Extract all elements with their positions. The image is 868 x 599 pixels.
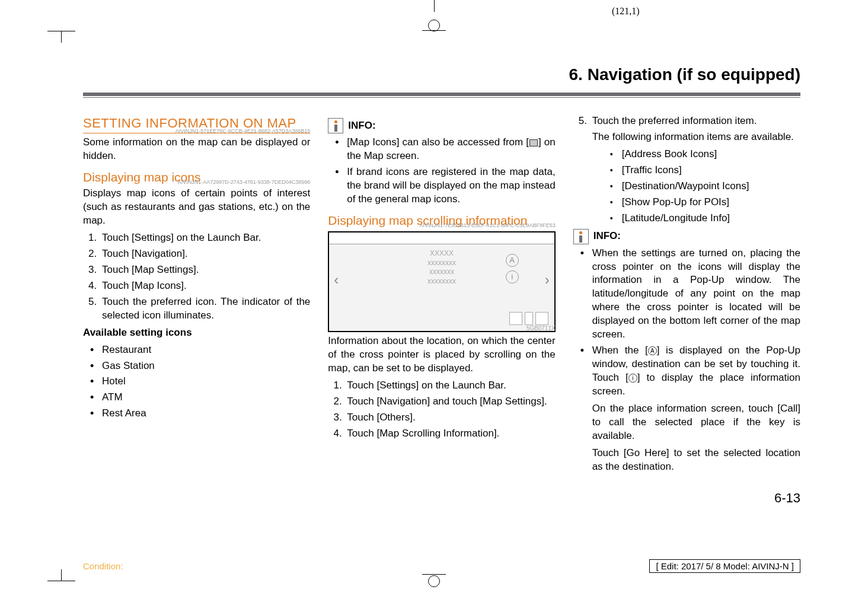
step-item: Touch [Others]. bbox=[344, 411, 555, 425]
marker-a-icon: A bbox=[648, 346, 657, 355]
menu-list-icon bbox=[529, 139, 538, 146]
crop-mark-top-icon bbox=[422, 0, 446, 31]
chapter-title: 6. Navigation (if so equipped) bbox=[83, 65, 800, 89]
page-content: 6. Navigation (if so equipped) SETTING I… bbox=[83, 65, 800, 506]
figure-code: 5GB0711X bbox=[526, 324, 556, 333]
step-item: Touch [Map Icons]. bbox=[100, 279, 310, 293]
list-item: Rest Area bbox=[89, 407, 310, 420]
step-item: Touch [Settings] on the Launch Bar. bbox=[100, 231, 310, 245]
column-2: INFO: [Map Icons] can also be accessed f… bbox=[328, 114, 555, 506]
step-item: Touch the preferred information item. Th… bbox=[590, 114, 800, 225]
step-lead: Touch the preferred information item. bbox=[592, 115, 757, 126]
info-label: INFO: bbox=[593, 230, 621, 243]
list-item: [Destination/Waypoint Icons] bbox=[609, 180, 800, 193]
list-item: If brand icons are registered in the map… bbox=[334, 165, 555, 206]
paragraph: Touch [Go Here] to set the selected loca… bbox=[592, 447, 800, 474]
figure-map-scroll: ‹ › XXXXX xxxxxxxxxxxxxxxxxxxxxxx A i 5G… bbox=[328, 231, 555, 332]
chevron-right-icon: › bbox=[545, 270, 550, 289]
list-item: [Traffic Icons] bbox=[609, 164, 800, 177]
step-item: Touch [Map Settings]. bbox=[100, 263, 310, 277]
marker-i-icon: i bbox=[506, 270, 519, 283]
list-item: Hotel bbox=[89, 375, 310, 388]
crop-mark-bottom-icon bbox=[422, 574, 446, 599]
chevron-left-icon: ‹ bbox=[334, 270, 339, 289]
paragraph: The following information items are avai… bbox=[592, 130, 800, 144]
step-item: Touch [Navigation] and touch [Map Settin… bbox=[344, 395, 555, 409]
info-header: INFO: bbox=[328, 118, 555, 133]
info-header: INFO: bbox=[573, 229, 800, 244]
list-item: Restaurant bbox=[89, 343, 310, 357]
content-columns: SETTING INFORMATION ON MAP AIVINJN1-571E… bbox=[83, 114, 800, 506]
list-item: When the [A] is displayed on the Pop-Up … bbox=[579, 344, 800, 473]
info-icon bbox=[573, 229, 589, 244]
list-item: [Latitude/Longitude Info] bbox=[609, 212, 800, 225]
info-label: INFO: bbox=[348, 119, 375, 133]
divider-thick bbox=[83, 93, 800, 96]
crop-edge-icon bbox=[47, 581, 61, 581]
text: When the [ bbox=[592, 345, 648, 356]
info-bullets: [Map Icons] can also be accessed from []… bbox=[328, 136, 555, 206]
crop-corner-bottom-left-icon bbox=[61, 569, 75, 581]
paragraph: Information about the location, on which… bbox=[328, 334, 555, 375]
crop-edge-icon bbox=[47, 31, 61, 31]
icon-list: Restaurant Gas Station Hotel ATM Rest Ar… bbox=[83, 343, 310, 421]
figure-labels: XXXXX xxxxxxxxxxxxxxxxxxxxxxx bbox=[427, 249, 456, 286]
print-coordinate: (121,1) bbox=[612, 6, 640, 17]
step-item: Touch [Map Scrolling Information]. bbox=[344, 427, 555, 441]
step-item: Touch [Settings] on the Launch Bar. bbox=[344, 379, 555, 393]
list-item: [Map Icons] can also be accessed from []… bbox=[334, 136, 555, 163]
steps-list: Touch [Settings] on the Launch Bar. Touc… bbox=[83, 231, 310, 323]
list-item: When the settings are turned on, placing… bbox=[579, 247, 800, 342]
marker-a-icon: A bbox=[506, 254, 519, 267]
divider-thin bbox=[83, 97, 800, 98]
available-icons-header: Available setting icons bbox=[83, 326, 310, 340]
list-item: ATM bbox=[89, 391, 310, 404]
text: [Map Icons] can also be accessed from [ bbox=[347, 136, 529, 148]
info-icon bbox=[328, 118, 343, 133]
steps-list: Touch [Settings] on the Launch Bar. Touc… bbox=[328, 379, 555, 441]
step-item: Touch [Navigation]. bbox=[100, 247, 310, 261]
control-box-icon bbox=[509, 312, 522, 325]
control-box-icon bbox=[535, 312, 548, 325]
footer-edit-info: [ Edit: 2017/ 5/ 8 Model: AIVINJ-N ] bbox=[649, 559, 800, 573]
list-item: [Show Pop-Up for POIs] bbox=[609, 196, 800, 209]
figure-toolbar bbox=[329, 232, 554, 244]
figure-xxxxx: XXXXX bbox=[427, 249, 456, 259]
paragraph: Displays map icons of certain points of … bbox=[83, 187, 310, 228]
info-bullets: When the settings are turned on, placing… bbox=[573, 247, 800, 474]
marker-i-icon: i bbox=[628, 374, 637, 383]
steps-list-continued: Touch the preferred information item. Th… bbox=[573, 114, 800, 225]
column-3: Touch the preferred information item. Th… bbox=[573, 114, 800, 506]
crop-corner-top-left-icon bbox=[61, 31, 75, 43]
paragraph: On the place information screen, touch [… bbox=[592, 402, 800, 443]
info-items-list: [Address Book Icons] [Traffic Icons] [De… bbox=[592, 148, 800, 225]
page-footer: Condition: [ Edit: 2017/ 5/ 8 Model: AIV… bbox=[83, 559, 800, 573]
footer-condition: Condition: bbox=[83, 561, 123, 571]
list-item: [Address Book Icons] bbox=[609, 148, 800, 161]
control-box-icon bbox=[525, 312, 533, 325]
page-number: 6-13 bbox=[573, 489, 800, 507]
list-item: Gas Station bbox=[89, 359, 310, 373]
figure-controls bbox=[509, 312, 548, 325]
step-item: Touch the preferred icon. The indicator … bbox=[100, 295, 310, 323]
paragraph: Some information on the map can be displ… bbox=[83, 136, 310, 163]
column-1: SETTING INFORMATION ON MAP AIVINJN1-571E… bbox=[83, 114, 310, 506]
